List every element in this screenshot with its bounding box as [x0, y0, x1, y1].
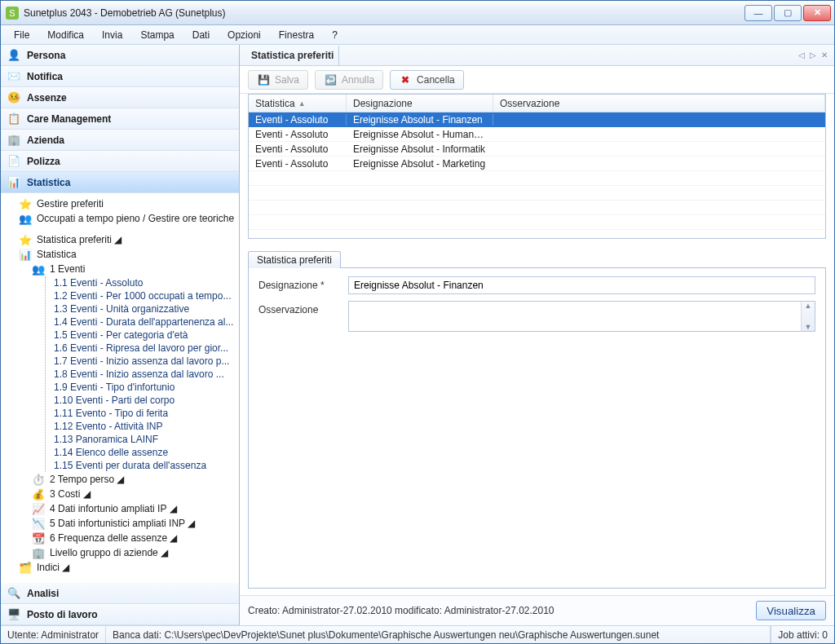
- tree-item-1-8[interactable]: 1.8 Eventi - Inizio assenza dal lavoro .…: [51, 368, 237, 381]
- col-designazione[interactable]: Designazione: [347, 95, 493, 112]
- grid-row[interactable]: Eventi - Assoluto Ereignisse Absolut - M…: [249, 157, 825, 171]
- tree-item-1-12[interactable]: 1.12 Evento - Attività INP: [51, 420, 237, 433]
- person-icon: 👤: [7, 49, 20, 62]
- menu-dati[interactable]: Dati: [184, 28, 218, 42]
- col-statistica[interactable]: Statistica ▲: [249, 95, 347, 112]
- nav-statistica-label: Statistica: [27, 177, 70, 188]
- tree-group-eventi[interactable]: 👥 1 Eventi: [4, 262, 237, 276]
- close-button[interactable]: ✕: [803, 5, 831, 21]
- scroll-up-icon[interactable]: ▲: [805, 302, 812, 310]
- tree-group-inp[interactable]: 📉5 Dati infortunistici ampliati INP ◢: [4, 516, 237, 531]
- calendar-icon: 📆: [32, 532, 45, 545]
- tree-occupati[interactable]: 👥 Occupati a tempo pieno / Gestire ore t…: [4, 211, 237, 226]
- tree-statistica-root[interactable]: 📊 Statistica: [4, 247, 237, 262]
- building-icon: 🏢: [32, 546, 45, 559]
- nav-posto[interactable]: 🖥️ Posto di lavoro: [1, 604, 239, 625]
- nav-statistica[interactable]: 📊 Statistica: [1, 172, 239, 193]
- people-icon: 👥: [19, 212, 32, 225]
- tree-group-livello[interactable]: 🏢Livello gruppo di aziende ◢: [4, 545, 237, 560]
- nav-azienda[interactable]: 🏢 Azienda: [1, 130, 239, 151]
- close-tab-icon[interactable]: ✕: [821, 51, 828, 60]
- page-title: Statistica preferiti: [246, 46, 339, 65]
- tree-group-costi[interactable]: 💰3 Costi ◢: [4, 487, 237, 501]
- menu-invia[interactable]: Invia: [94, 28, 130, 42]
- nav-next-icon[interactable]: ▷: [810, 51, 816, 60]
- tree-item-1-11[interactable]: 1.11 Evento - Tipo di ferita: [51, 407, 237, 420]
- nav-prev-icon[interactable]: ◁: [798, 51, 805, 60]
- nav-assenze[interactable]: 🤒 Assenze: [1, 87, 239, 108]
- nav-polizza[interactable]: 📄 Polizza: [1, 151, 239, 172]
- scroll-down-icon[interactable]: ▼: [805, 323, 812, 331]
- textarea-wrap: ▲ ▼: [348, 301, 815, 332]
- menu-file[interactable]: File: [6, 28, 38, 42]
- titlebar: S Sunetplus 2043 - Demobetrieb AG (Sunet…: [1, 1, 834, 25]
- workstation-icon: 🖥️: [7, 608, 20, 621]
- grid-row[interactable]: Eventi - Assoluto Ereignisse Absolut - I…: [249, 142, 825, 157]
- nav-care-label: Care Management: [27, 113, 111, 125]
- input-osservazione[interactable]: [349, 302, 801, 331]
- grid-row[interactable]: Eventi - Assoluto Ereignisse Absolut - F…: [249, 112, 825, 127]
- app-window: S Sunetplus 2043 - Demobetrieb AG (Sunet…: [0, 0, 835, 644]
- tree-item-1-2[interactable]: 1.2 Eventi - Per 1000 occupati a tempo..…: [51, 289, 237, 302]
- star-icon: ⭐: [19, 197, 32, 210]
- tree-item-1-14[interactable]: 1.14 Elenco delle assenze: [51, 446, 237, 459]
- money-icon: 💰: [32, 487, 45, 501]
- save-button[interactable]: 💾 Salva: [248, 70, 308, 90]
- tree-group-eventi-label: 1 Eventi: [50, 263, 85, 275]
- tree-group-ip[interactable]: 📈4 Dati infortunio ampliati IP ◢: [4, 501, 237, 516]
- tree-item-1-3[interactable]: 1.3 Eventi - Unità organizzative: [51, 302, 237, 315]
- nav-persona-label: Persona: [27, 50, 65, 61]
- main-panel: Statistica preferiti ◁ ▷ ✕ 💾 Salva ↩️ An…: [240, 45, 834, 625]
- window-controls: — ▢ ✕: [744, 5, 831, 21]
- menu-opzioni[interactable]: Opzioni: [219, 28, 269, 42]
- undo-button[interactable]: ↩️ Annulla: [315, 70, 383, 90]
- tree-group-freq[interactable]: 📆6 Frequenza delle assenze ◢: [4, 531, 237, 545]
- nav-notifica[interactable]: ✉️ Notifica: [1, 66, 239, 87]
- main-footer: Creato: Administrator-27.02.2010 modific…: [240, 595, 834, 625]
- tree-eventi-children: 1.1 Eventi - Assoluto 1.2 Eventi - Per 1…: [45, 276, 237, 472]
- menu-help[interactable]: ?: [324, 28, 346, 42]
- grid-row[interactable]: Eventi - Assoluto Ereignisse Absolut - H…: [249, 127, 825, 142]
- nav-notifica-label: Notifica: [27, 71, 63, 82]
- label-osservazione: Osservazione: [258, 301, 340, 315]
- menu-modifica[interactable]: Modifica: [39, 28, 92, 42]
- company-icon: 🏢: [7, 134, 20, 147]
- tree-item-1-4[interactable]: 1.4 Eventi - Durata dell'appartenenza al…: [51, 315, 237, 329]
- status-db: Banca dati: C:\Users\pec\DevProjekte\Sun…: [106, 626, 771, 643]
- nav-assenze-label: Assenze: [27, 92, 67, 104]
- chart-icon: 📊: [19, 248, 32, 261]
- tree-item-1-1[interactable]: 1.1 Eventi - Assoluto: [51, 276, 237, 289]
- row-osservazione: Osservazione ▲ ▼: [258, 301, 815, 580]
- tab-preferiti[interactable]: Statistica preferiti: [248, 251, 341, 268]
- tree-item-1-9[interactable]: 1.9 Eventi - Tipo d'infortunio: [51, 381, 237, 394]
- nav-persona[interactable]: 👤 Persona: [1, 45, 239, 66]
- delete-button[interactable]: ✖ Cancella: [390, 70, 464, 90]
- tree-item-1-7[interactable]: 1.7 Eventi - Inizio assenza dal lavoro p…: [51, 355, 237, 368]
- clipboard-icon: 📋: [7, 112, 20, 126]
- tree-gestire-preferiti[interactable]: ⭐ Gestire preferiti: [4, 196, 237, 211]
- scrollbar[interactable]: ▲ ▼: [801, 302, 815, 331]
- menu-stampa[interactable]: Stampa: [132, 28, 182, 42]
- maximize-button[interactable]: ▢: [774, 5, 802, 21]
- col-osservazione[interactable]: Osservazione: [493, 95, 825, 112]
- nav-analisi[interactable]: 🔍 Analisi: [1, 583, 239, 604]
- visualizza-button[interactable]: Visualizza: [756, 601, 826, 620]
- toolbar: 💾 Salva ↩️ Annulla ✖ Cancella: [240, 66, 834, 94]
- tree-item-1-6[interactable]: 1.6 Eventi - Ripresa del lavoro per gior…: [51, 342, 237, 355]
- record-meta: Creato: Administrator-27.02.2010 modific…: [248, 605, 748, 616]
- tree-item-1-13[interactable]: 1.13 Panoramica LAINF: [51, 433, 237, 446]
- minimize-button[interactable]: —: [744, 5, 772, 21]
- star-icon: ⭐: [19, 233, 32, 246]
- menu-finestra[interactable]: Finestra: [271, 28, 322, 42]
- favorites-grid[interactable]: Statistica ▲ Designazione Osservazione E…: [248, 94, 826, 239]
- tree-item-1-10[interactable]: 1.10 Eventi - Parti del corpo: [51, 394, 237, 407]
- tree-item-1-15[interactable]: 1.15 Eventi per durata dell'assenza: [51, 459, 237, 472]
- tree-favorites-label: Statistica preferiti ◢: [37, 234, 121, 245]
- input-designazione[interactable]: [348, 276, 815, 294]
- tree-gestire-preferiti-label: Gestire preferiti: [37, 198, 104, 210]
- nav-care[interactable]: 📋 Care Management: [1, 108, 239, 130]
- tree-group-tempo[interactable]: ⏱️2 Tempo perso ◢: [4, 472, 237, 487]
- tree-favorites-root[interactable]: ⭐ Statistica preferiti ◢: [4, 232, 237, 247]
- tree-item-1-5[interactable]: 1.5 Eventi - Per categoria d'età: [51, 329, 237, 342]
- tree-indici[interactable]: 🗂️ Indici ◢: [4, 560, 237, 575]
